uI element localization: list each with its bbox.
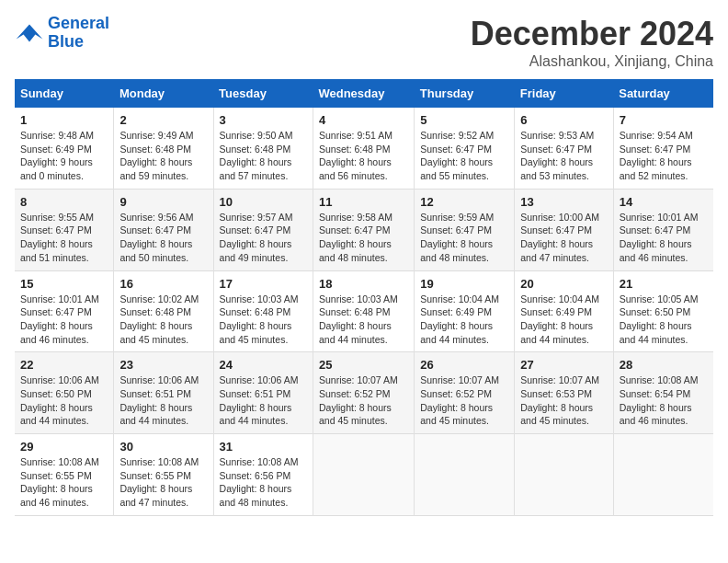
calendar-cell: 8 Sunrise: 9:55 AM Sunset: 6:47 PM Dayli… (15, 189, 114, 270)
day-number: 10 (220, 195, 307, 209)
day-info: Sunrise: 10:03 AM Sunset: 6:48 PM Daylig… (319, 293, 408, 347)
day-info: Sunrise: 10:07 AM Sunset: 6:52 PM Daylig… (319, 373, 408, 428)
day-number: 13 (520, 195, 607, 209)
day-number: 20 (520, 277, 607, 291)
col-wednesday: Wednesday (313, 79, 414, 108)
calendar-cell: 13 Sunrise: 10:00 AM Sunset: 6:47 PM Day… (515, 189, 613, 270)
day-info: Sunrise: 10:07 AM Sunset: 6:52 PM Daylig… (420, 373, 508, 428)
day-info: Sunrise: 10:07 AM Sunset: 6:53 PM Daylig… (520, 373, 607, 428)
calendar-table: Sunday Monday Tuesday Wednesday Thursday… (15, 79, 713, 516)
calendar-week-5: 29 Sunrise: 10:08 AM Sunset: 6:55 PM Day… (15, 434, 713, 516)
day-info: Sunrise: 9:50 AM Sunset: 6:48 PM Dayligh… (220, 129, 307, 183)
col-sunday: Sunday (15, 79, 114, 108)
logo-line1: General (48, 14, 109, 32)
day-info: Sunrise: 9:59 AM Sunset: 6:47 PM Dayligh… (420, 211, 508, 265)
day-number: 14 (620, 195, 708, 209)
day-number: 31 (220, 440, 307, 454)
day-number: 16 (119, 277, 207, 291)
day-number: 25 (319, 358, 408, 372)
logo-text: General Blue (48, 15, 109, 52)
day-number: 1 (20, 113, 108, 127)
day-number: 23 (119, 358, 207, 372)
day-number: 5 (420, 113, 508, 127)
calendar-cell: 21 Sunrise: 10:05 AM Sunset: 6:50 PM Day… (613, 270, 713, 352)
day-number: 27 (520, 358, 607, 372)
calendar-cell (515, 434, 613, 516)
day-info: Sunrise: 9:52 AM Sunset: 6:47 PM Dayligh… (420, 129, 508, 183)
day-number: 22 (20, 358, 108, 372)
day-info: Sunrise: 9:56 AM Sunset: 6:47 PM Dayligh… (119, 211, 207, 265)
day-info: Sunrise: 10:08 AM Sunset: 6:55 PM Daylig… (20, 455, 108, 510)
col-friday: Friday (515, 79, 613, 108)
calendar-cell: 7 Sunrise: 9:54 AM Sunset: 6:47 PM Dayli… (613, 108, 713, 189)
day-number: 8 (20, 195, 108, 209)
col-thursday: Thursday (415, 79, 515, 108)
day-info: Sunrise: 10:06 AM Sunset: 6:50 PM Daylig… (20, 373, 108, 428)
col-saturday: Saturday (613, 79, 713, 108)
day-info: Sunrise: 9:48 AM Sunset: 6:49 PM Dayligh… (20, 129, 108, 183)
day-number: 9 (119, 195, 207, 209)
day-number: 21 (620, 277, 708, 291)
calendar-cell (415, 434, 515, 516)
day-info: Sunrise: 10:06 AM Sunset: 6:51 PM Daylig… (220, 373, 307, 428)
logo-icon (15, 18, 44, 48)
day-info: Sunrise: 9:54 AM Sunset: 6:47 PM Dayligh… (620, 129, 708, 183)
day-number: 30 (119, 440, 207, 454)
col-monday: Monday (114, 79, 213, 108)
calendar-cell: 15 Sunrise: 10:01 AM Sunset: 6:47 PM Day… (15, 270, 114, 352)
calendar-cell: 26 Sunrise: 10:07 AM Sunset: 6:52 PM Day… (415, 352, 515, 434)
calendar-cell: 14 Sunrise: 10:01 AM Sunset: 6:47 PM Day… (613, 189, 713, 270)
day-info: Sunrise: 10:06 AM Sunset: 6:51 PM Daylig… (119, 373, 207, 428)
calendar-cell: 11 Sunrise: 9:58 AM Sunset: 6:47 PM Dayl… (313, 189, 414, 270)
day-number: 2 (119, 113, 207, 127)
day-info: Sunrise: 10:04 AM Sunset: 6:49 PM Daylig… (420, 293, 508, 347)
svg-marker-0 (17, 24, 43, 41)
calendar-week-4: 22 Sunrise: 10:06 AM Sunset: 6:50 PM Day… (15, 352, 713, 434)
calendar-week-2: 8 Sunrise: 9:55 AM Sunset: 6:47 PM Dayli… (15, 189, 713, 270)
day-number: 11 (319, 195, 408, 209)
day-info: Sunrise: 10:08 AM Sunset: 6:55 PM Daylig… (119, 455, 207, 510)
day-info: Sunrise: 9:53 AM Sunset: 6:47 PM Dayligh… (520, 129, 607, 183)
calendar-cell: 24 Sunrise: 10:06 AM Sunset: 6:51 PM Day… (213, 352, 313, 434)
calendar-cell: 25 Sunrise: 10:07 AM Sunset: 6:52 PM Day… (313, 352, 414, 434)
day-info: Sunrise: 10:03 AM Sunset: 6:48 PM Daylig… (220, 293, 307, 347)
calendar-cell: 12 Sunrise: 9:59 AM Sunset: 6:47 PM Dayl… (415, 189, 515, 270)
day-info: Sunrise: 10:02 AM Sunset: 6:48 PM Daylig… (119, 293, 207, 347)
calendar-header-row: Sunday Monday Tuesday Wednesday Thursday… (15, 79, 713, 108)
day-info: Sunrise: 10:08 AM Sunset: 6:54 PM Daylig… (620, 373, 708, 428)
calendar-cell: 3 Sunrise: 9:50 AM Sunset: 6:48 PM Dayli… (213, 108, 313, 189)
day-number: 17 (220, 277, 307, 291)
day-info: Sunrise: 10:05 AM Sunset: 6:50 PM Daylig… (620, 293, 708, 347)
location: Alashankou, Xinjiang, China (471, 53, 713, 70)
calendar-cell: 30 Sunrise: 10:08 AM Sunset: 6:55 PM Day… (114, 434, 213, 516)
calendar-cell (613, 434, 713, 516)
day-info: Sunrise: 9:49 AM Sunset: 6:48 PM Dayligh… (119, 129, 207, 183)
day-info: Sunrise: 9:51 AM Sunset: 6:48 PM Dayligh… (319, 129, 408, 183)
day-number: 24 (220, 358, 307, 372)
day-info: Sunrise: 10:00 AM Sunset: 6:47 PM Daylig… (520, 211, 607, 265)
calendar-cell: 22 Sunrise: 10:06 AM Sunset: 6:50 PM Day… (15, 352, 114, 434)
day-number: 26 (420, 358, 508, 372)
day-info: Sunrise: 9:55 AM Sunset: 6:47 PM Dayligh… (20, 211, 108, 265)
day-number: 4 (319, 113, 408, 127)
day-number: 28 (620, 358, 708, 372)
day-info: Sunrise: 10:08 AM Sunset: 6:56 PM Daylig… (220, 455, 307, 510)
calendar-cell: 19 Sunrise: 10:04 AM Sunset: 6:49 PM Day… (415, 270, 515, 352)
day-info: Sunrise: 9:57 AM Sunset: 6:47 PM Dayligh… (220, 211, 307, 265)
page-header: General Blue December 2024 Alashankou, X… (15, 15, 713, 70)
calendar-cell: 9 Sunrise: 9:56 AM Sunset: 6:47 PM Dayli… (114, 189, 213, 270)
calendar-cell: 4 Sunrise: 9:51 AM Sunset: 6:48 PM Dayli… (313, 108, 414, 189)
calendar-cell: 23 Sunrise: 10:06 AM Sunset: 6:51 PM Day… (114, 352, 213, 434)
calendar-cell: 31 Sunrise: 10:08 AM Sunset: 6:56 PM Day… (213, 434, 313, 516)
calendar-cell: 16 Sunrise: 10:02 AM Sunset: 6:48 PM Day… (114, 270, 213, 352)
calendar-cell: 1 Sunrise: 9:48 AM Sunset: 6:49 PM Dayli… (15, 108, 114, 189)
calendar-cell: 20 Sunrise: 10:04 AM Sunset: 6:49 PM Day… (515, 270, 613, 352)
logo: General Blue (15, 15, 109, 52)
day-number: 19 (420, 277, 508, 291)
calendar-cell: 28 Sunrise: 10:08 AM Sunset: 6:54 PM Day… (613, 352, 713, 434)
day-info: Sunrise: 10:04 AM Sunset: 6:49 PM Daylig… (520, 293, 607, 347)
title-block: December 2024 Alashankou, Xinjiang, Chin… (471, 15, 713, 70)
day-number: 29 (20, 440, 108, 454)
day-number: 12 (420, 195, 508, 209)
calendar-cell: 2 Sunrise: 9:49 AM Sunset: 6:48 PM Dayli… (114, 108, 213, 189)
